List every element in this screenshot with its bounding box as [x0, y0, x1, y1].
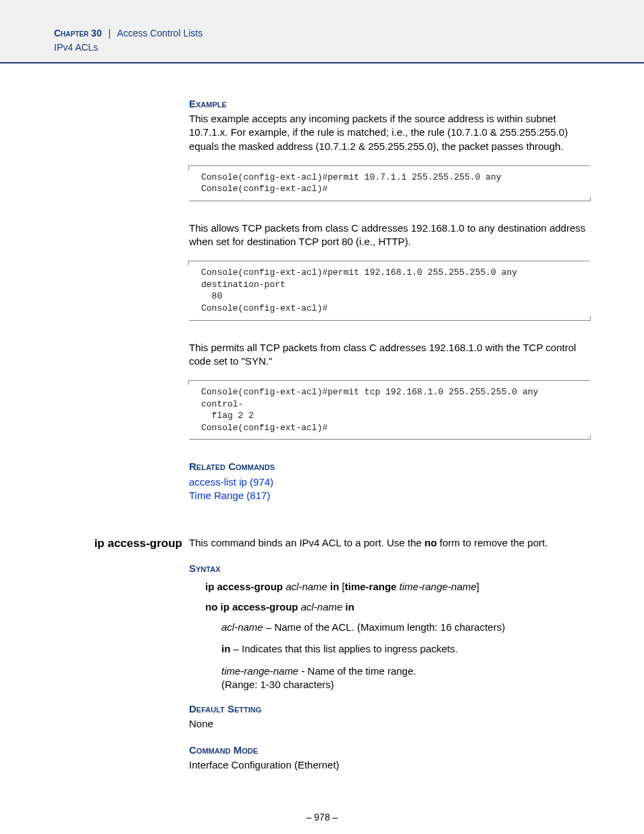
syntax-block: ip access-group acl-name in [time-range …: [205, 580, 590, 692]
code-block-2: Console(config-ext-acl)#permit 192.168.1…: [189, 261, 590, 320]
command-desc-bold: no: [425, 537, 437, 548]
page-footer: – 978 –: [0, 811, 644, 834]
default-setting-label: Default Setting: [189, 702, 590, 716]
command-mode-value: Interface Configuration (Ethernet): [189, 758, 590, 772]
chapter-subtitle: IPv4 ACLs: [54, 41, 644, 54]
related-links: access-list ip (974) Time Range (817): [189, 475, 590, 503]
syntax-line-1: ip access-group acl-name in [time-range …: [205, 580, 590, 594]
code-block-3: Console(config-ext-acl)#permit tcp 192.1…: [189, 380, 590, 440]
command-desc-post: form to remove the port.: [437, 537, 547, 548]
syntax-line-2: no ip access-group acl-name in: [205, 600, 590, 614]
page-header: Chapter 30 | Access Control Lists IPv4 A…: [0, 0, 644, 63]
example-label: Example: [189, 97, 590, 111]
related-link-2[interactable]: Time Range (817): [189, 490, 270, 501]
command-desc-pre: This command binds an IPv4 ACL to a port…: [189, 537, 425, 548]
param-acl-name: acl-name – Name of the ACL. (Maximum len…: [221, 621, 590, 634]
example-para-2: This allows TCP packets from class C add…: [189, 221, 590, 249]
command-name: ip access-group: [54, 536, 182, 552]
chapter-label: Chapter 30: [54, 28, 102, 38]
page-number: – 978 –: [306, 812, 338, 823]
param-in: in – Indicates that this list applies to…: [221, 642, 590, 656]
related-commands-label: Related Commands: [189, 460, 590, 473]
default-setting-value: None: [189, 717, 590, 731]
related-link-1[interactable]: access-list ip (974): [189, 476, 273, 488]
chapter-title: Access Control Lists: [117, 28, 203, 38]
example-para-3: This permits all TCP packets from class …: [189, 341, 590, 369]
syntax-label: Syntax: [189, 562, 590, 575]
command-mode-label: Command Mode: [189, 744, 590, 757]
code-block-1: Console(config-ext-acl)#permit 10.7.1.1 …: [189, 165, 590, 201]
chapter-separator: |: [105, 28, 115, 38]
param-time-range-name: time-range-name - Name of the time range…: [221, 664, 590, 692]
command-description: This command binds an IPv4 ACL to a port…: [189, 536, 590, 550]
chapter-line: Chapter 30 | Access Control Lists: [54, 27, 644, 40]
command-section: ip access-group This command binds an IP…: [54, 536, 590, 772]
example-intro: This example accepts any incoming packet…: [189, 112, 590, 153]
